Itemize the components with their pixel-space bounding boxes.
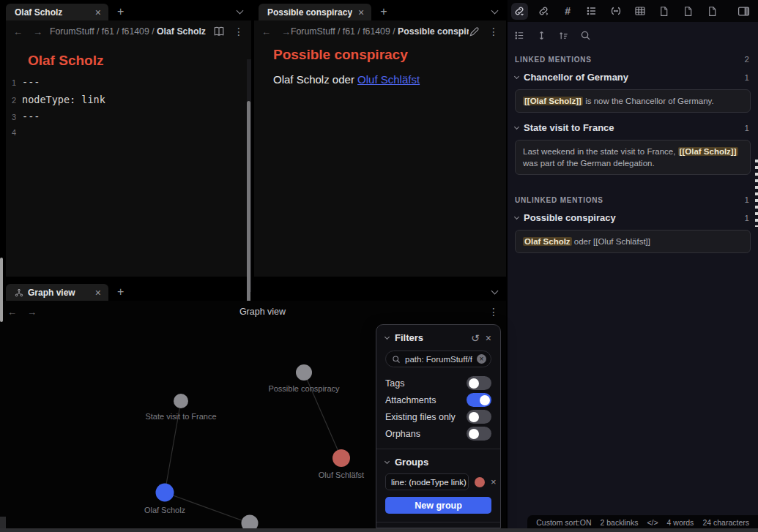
document-icon[interactable] xyxy=(680,3,696,20)
toggle-label: Tags xyxy=(385,378,404,389)
document-icon[interactable] xyxy=(655,3,672,20)
breadcrumb[interactable]: ForumStuff / f61 / f61409 / Olaf Scholz xyxy=(42,26,213,37)
tags-icon[interactable]: # xyxy=(560,3,576,20)
clear-search-icon[interactable]: × xyxy=(477,354,486,364)
more-options-icon[interactable]: ⋮ xyxy=(234,26,244,37)
tab-olaf-scholz[interactable]: Olaf Scholz × xyxy=(6,4,108,20)
scrollbar-thumb[interactable] xyxy=(247,101,250,309)
tab-bar: Possible conspiracy × + xyxy=(254,0,506,20)
line-number: 3 xyxy=(6,113,22,121)
graph-node-olaf-scholz[interactable] xyxy=(156,484,174,502)
tab-list-chevron-icon[interactable] xyxy=(237,3,242,16)
tab-label: Olaf Scholz xyxy=(15,7,89,18)
collapse-chevron-icon xyxy=(514,214,519,220)
close-icon[interactable]: × xyxy=(486,333,491,343)
forward-button[interactable]: → xyxy=(281,26,291,37)
mention-text: is now the Chancellor of Germany. xyxy=(583,97,714,105)
scrollbar-track[interactable] xyxy=(247,59,251,292)
tab-list-chevron-icon[interactable] xyxy=(492,3,497,16)
section-label: UNLINKED MENTIONS xyxy=(515,196,745,204)
tags-toggle[interactable] xyxy=(467,376,491,390)
backlinks-count[interactable]: 2 backlinks xyxy=(600,518,638,527)
left-corner-shade xyxy=(0,517,6,528)
collapse-chevron-icon xyxy=(384,459,390,464)
mention-snippet[interactable]: Olaf Scholz oder [[Oluf Schläfst]] xyxy=(515,230,751,253)
close-icon[interactable]: × xyxy=(95,7,101,18)
close-icon[interactable]: × xyxy=(95,288,101,298)
sort-order-icon[interactable] xyxy=(555,28,572,43)
item-title: State visit to France xyxy=(524,122,740,133)
graph-node-oluf-schlafst[interactable] xyxy=(332,449,350,467)
editor-source-view[interactable]: Olaf Scholz 1 --- 2 nodeType: link 3 ---… xyxy=(6,42,251,145)
group-color-swatch[interactable] xyxy=(475,477,485,487)
groups-section-header[interactable]: Groups xyxy=(376,449,500,473)
broken-link-icon[interactable] xyxy=(608,3,625,20)
existing-files-toggle[interactable] xyxy=(467,410,491,424)
group-query-input[interactable]: line: (nodeType link) xyxy=(385,473,469,490)
restore-default-icon[interactable]: ↺ xyxy=(471,333,480,343)
forward-button[interactable]: → xyxy=(33,26,42,37)
tab-graph-view[interactable]: Graph view × xyxy=(6,284,108,301)
word-count[interactable]: 4 words xyxy=(667,518,694,527)
right-edge-dashed-scrollbar[interactable] xyxy=(755,160,758,227)
mention-snippet[interactable]: Last weekend in the state visit to Franc… xyxy=(515,140,751,175)
editor-line: 2 nodeType: link xyxy=(6,94,251,111)
new-tab-button[interactable]: + xyxy=(380,5,387,18)
new-tab-button[interactable]: + xyxy=(117,5,124,18)
tab-bar: Olaf Scholz × + xyxy=(6,0,251,20)
close-icon[interactable]: × xyxy=(358,7,364,18)
search-icon[interactable] xyxy=(577,28,594,43)
left-edge-scrollbar[interactable] xyxy=(0,258,3,322)
tab-label: Graph view xyxy=(28,288,89,298)
outline-icon[interactable] xyxy=(584,3,601,20)
backlink-item-state-visit-to-france[interactable]: State visit to France 1 xyxy=(508,117,758,137)
groups-title: Groups xyxy=(395,457,491,468)
graph-node-state-visit-to-france[interactable] xyxy=(174,394,188,408)
git-fork-icon xyxy=(15,288,23,297)
new-group-button[interactable]: New group xyxy=(385,497,491,514)
outgoing-links-icon[interactable] xyxy=(535,3,552,20)
tab-list-chevron-icon[interactable] xyxy=(492,283,497,296)
reading-view-icon[interactable] xyxy=(213,26,225,37)
back-button[interactable]: ← xyxy=(13,26,23,37)
unlinked-item-possible-conspiracy[interactable]: Possible conspiracy 1 xyxy=(508,207,758,227)
list-icon[interactable] xyxy=(511,28,528,43)
wikilink-oluf-schlafst[interactable]: Oluf Schläfst xyxy=(357,73,420,86)
graph-node-label: Possible conspiracy xyxy=(268,384,340,393)
remove-group-icon[interactable]: × xyxy=(491,477,497,487)
toggle-label: Existing files only xyxy=(385,412,456,422)
breadcrumb[interactable]: ForumStuff / f61 / f61409 / Possible con… xyxy=(291,26,469,37)
attachments-toggle[interactable] xyxy=(467,393,491,407)
back-button[interactable]: ← xyxy=(7,307,17,318)
backlinks-pane: LINKED MENTIONS 2 Chancellor of Germany … xyxy=(508,22,758,528)
graph-node-possible-conspiracy[interactable] xyxy=(296,364,312,381)
mention-snippet[interactable]: [[Olaf Scholz]] is now the Chancellor of… xyxy=(515,89,751,113)
filters-section-header[interactable]: Filters ↺ × xyxy=(376,325,500,349)
more-options-icon[interactable]: ⋮ xyxy=(488,306,499,318)
new-tab-button[interactable]: + xyxy=(117,285,124,299)
more-options-icon[interactable]: ⋮ xyxy=(488,26,499,37)
graph-search-input[interactable]: path: ForumStuff/f61/ × xyxy=(385,351,491,367)
backlink-item-chancellor-of-germany[interactable]: Chancellor of Germany 1 xyxy=(508,67,758,86)
code-icon[interactable]: </> xyxy=(647,518,658,527)
char-count[interactable]: 24 characters xyxy=(702,518,749,527)
backlinks-icon[interactable] xyxy=(511,3,528,20)
custom-sort-status[interactable]: Custom sort:ON xyxy=(536,518,591,527)
line-text: --- xyxy=(22,76,40,88)
breadcrumb-path: ForumStuff / f61 / f61409 / xyxy=(50,26,157,37)
table-icon[interactable] xyxy=(632,3,649,20)
document-icon[interactable] xyxy=(704,3,721,20)
reading-view[interactable]: Possible conspiracy Olaf Scholz oder Olu… xyxy=(254,42,506,86)
toggle-right-sidebar-icon[interactable] xyxy=(735,3,752,20)
filters-title: Filters xyxy=(395,332,465,343)
edit-mode-icon[interactable] xyxy=(469,26,480,37)
group-row: line: (nodeType link) × xyxy=(385,473,491,490)
expand-collapse-icon[interactable] xyxy=(533,28,550,43)
tab-possible-conspiracy[interactable]: Possible conspiracy × xyxy=(259,4,371,20)
graph-node-label: Oluf Schläfst xyxy=(319,471,364,479)
back-button[interactable]: ← xyxy=(261,26,271,37)
forward-button[interactable]: → xyxy=(27,307,37,318)
item-title: Chancellor of Germany xyxy=(524,72,740,83)
orphans-toggle[interactable] xyxy=(467,427,491,441)
display-section-header[interactable]: Display xyxy=(376,522,500,528)
